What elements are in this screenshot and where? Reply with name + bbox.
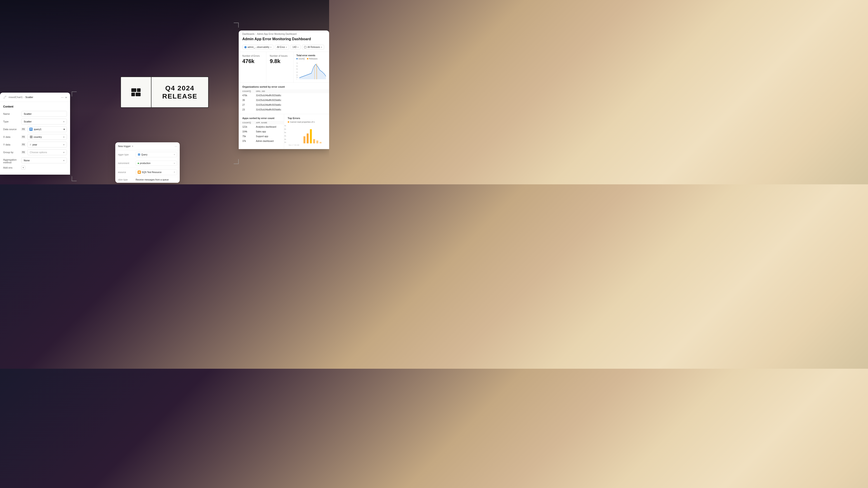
org-sid-2: 31425cb34bdffc5f20dd6c bbox=[256, 99, 281, 101]
breadcrumb-sep: › bbox=[255, 33, 256, 35]
xdata-fx-badge: FX bbox=[21, 135, 26, 138]
app-count-3: 75k bbox=[242, 135, 256, 138]
filter-envs[interactable]: All Envs ▾ bbox=[275, 45, 289, 50]
legend-count: count() bbox=[296, 58, 305, 60]
svg-text:1k: 1k bbox=[284, 141, 286, 143]
filter-days[interactable]: 14D ▾ bbox=[290, 45, 301, 50]
svg-rect-32 bbox=[319, 142, 321, 143]
type-value: Scatter bbox=[24, 120, 32, 123]
trigger-env-select[interactable]: production ▾ bbox=[135, 161, 177, 166]
filter-envs-label: All Envs bbox=[277, 46, 285, 48]
aggregation-select[interactable]: None ▾ bbox=[21, 158, 67, 163]
logo-block-1 bbox=[131, 88, 136, 92]
errors-label: Number of Errors bbox=[242, 55, 262, 57]
svg-rect-29 bbox=[310, 129, 312, 143]
xdata-select[interactable]: country ▾ bbox=[27, 134, 67, 140]
org-sid-4: 31425cb34bdffc5f20dd6c bbox=[256, 108, 281, 111]
svg-text:0: 0 bbox=[296, 78, 297, 79]
trigger-type-label: rigger type bbox=[118, 153, 134, 156]
svg-rect-3 bbox=[30, 128, 32, 129]
errors-metric-card: Number of Errors 476k bbox=[239, 52, 266, 83]
top-errors-legend: Cannot read properties of n bbox=[284, 121, 329, 124]
breadcrumb-parent[interactable]: mixedChart1 bbox=[8, 96, 23, 98]
groupby-select[interactable]: Choose options ▾ bbox=[27, 149, 67, 155]
app-name-1: Analytics dashboard bbox=[256, 126, 276, 128]
trigger-type-value: Query bbox=[141, 153, 147, 156]
svg-text:3k: 3k bbox=[296, 74, 298, 76]
datasource-select[interactable]: query1 ▾ bbox=[27, 126, 67, 132]
trigger-resource-row: esource SQS Test Resource ▾ bbox=[115, 168, 180, 177]
name-input[interactable] bbox=[21, 111, 67, 117]
trigger-resource-select[interactable]: SQS Test Resource ▾ bbox=[135, 169, 177, 175]
apps-table-header: COUNT() APP_NAME bbox=[239, 121, 284, 125]
corner-bracket-left-bottom bbox=[72, 176, 76, 181]
app-name-2: Sales app bbox=[256, 130, 266, 133]
releases-chevron-icon: ▾ bbox=[321, 46, 322, 48]
ydata-select[interactable]: # year ▾ bbox=[27, 142, 67, 148]
aggregation-value: None bbox=[24, 159, 30, 162]
filter-observability-label: admin_...observability bbox=[248, 46, 270, 48]
aggregation-chevron-icon: ▾ bbox=[63, 159, 64, 162]
breadcrumb-current: Scatter bbox=[25, 96, 33, 98]
days-chevron-icon: ▾ bbox=[298, 46, 299, 48]
dashboard-filters: admin_...observability ▾ All Envs ▾ 14D … bbox=[239, 43, 329, 52]
org-table-title: Organizations sorted by error count bbox=[239, 85, 329, 90]
svg-rect-28 bbox=[307, 133, 309, 143]
xdata-label: X data bbox=[3, 135, 20, 138]
svg-text:Nov 1 7:00 AM: Nov 1 7:00 AM bbox=[288, 144, 299, 146]
trigger-tab-close-icon[interactable]: ✕ bbox=[131, 145, 133, 148]
retool-logo-icon bbox=[131, 88, 141, 96]
addons-add-button[interactable]: + bbox=[21, 166, 25, 170]
app-count-2: 104k bbox=[242, 130, 256, 133]
svg-rect-5 bbox=[138, 153, 140, 156]
dashboard-breadcrumb: Dashboards › Admin App Error Monitoring … bbox=[239, 31, 329, 36]
total-errors-title: Total error events bbox=[296, 54, 327, 57]
svg-text:6k: 6k bbox=[296, 65, 298, 67]
xdata-chevron-icon: ▾ bbox=[63, 136, 64, 138]
datasource-chevron-icon: ▾ bbox=[64, 128, 65, 131]
breadcrumb-dashboard-name: Admin App Error Monitoring Dashboard bbox=[257, 33, 297, 35]
svg-text:6k: 6k bbox=[284, 128, 286, 130]
svg-text:5k: 5k bbox=[284, 132, 286, 133]
trigger-action-row: ction type Receive messages from a queue bbox=[115, 177, 180, 183]
filter-releases[interactable]: All Releases ▾ bbox=[302, 45, 324, 50]
type-select[interactable]: Scatter ▾ bbox=[21, 119, 67, 125]
panel-header: mixedChart1 › Scatter ··· » bbox=[0, 93, 70, 102]
svg-rect-4 bbox=[30, 129, 32, 130]
org-count-2: 39 bbox=[242, 99, 256, 101]
svg-point-1 bbox=[4, 96, 5, 97]
legend-releases-label: Releases bbox=[309, 58, 318, 60]
dashboard-title: Admin App Error Monitoring Dashboard bbox=[239, 36, 329, 43]
total-errors-card: Total error events count() Releases 7k 6… bbox=[293, 52, 329, 83]
table-row: 104k Sales app bbox=[239, 129, 284, 134]
trigger-type-select[interactable]: Query ▾ bbox=[135, 152, 177, 157]
logo-icon-area bbox=[121, 77, 151, 107]
filter-observability[interactable]: admin_...observability ▾ bbox=[242, 45, 274, 50]
legend-count-label: count() bbox=[298, 58, 305, 60]
org-count-3: 27 bbox=[242, 104, 256, 106]
trigger-type-chevron-icon: ▾ bbox=[174, 153, 175, 156]
app-count-4: 37k bbox=[242, 140, 256, 142]
corner-bracket-right-top bbox=[234, 23, 239, 28]
datasource-value: query1 bbox=[34, 128, 41, 131]
breadcrumb-separator: › bbox=[24, 96, 24, 98]
trigger-menu-icon[interactable]: ··· bbox=[175, 144, 177, 148]
svg-text:4k: 4k bbox=[284, 135, 286, 137]
issues-value: 9.8k bbox=[270, 58, 290, 64]
groupby-chevron-icon: ▾ bbox=[63, 151, 64, 154]
top-errors-legend-dot bbox=[288, 121, 289, 123]
trigger-tab[interactable]: New trigger ✕ bbox=[118, 145, 133, 148]
trigger-resource-chevron-icon: ▾ bbox=[174, 171, 175, 173]
trigger-header: New trigger ✕ ··· bbox=[115, 142, 180, 150]
logo-block-4 bbox=[135, 93, 141, 96]
logo-text-area: Q4 2024 RELEASE bbox=[151, 80, 208, 104]
datasource-fx-badge: FX bbox=[21, 128, 26, 131]
expand-button[interactable]: » bbox=[65, 96, 67, 99]
breadcrumb-dashboards[interactable]: Dashboards bbox=[242, 33, 254, 35]
top-errors-subtitle: Cannot read properties of n bbox=[290, 121, 315, 123]
org-table-header: COUNT() ORG_SID bbox=[239, 90, 329, 93]
svg-text:5k: 5k bbox=[296, 68, 298, 70]
legend-releases-dot bbox=[307, 58, 308, 59]
menu-dots-button[interactable]: ··· bbox=[61, 96, 64, 99]
filter-days-label: 14D bbox=[292, 46, 297, 48]
